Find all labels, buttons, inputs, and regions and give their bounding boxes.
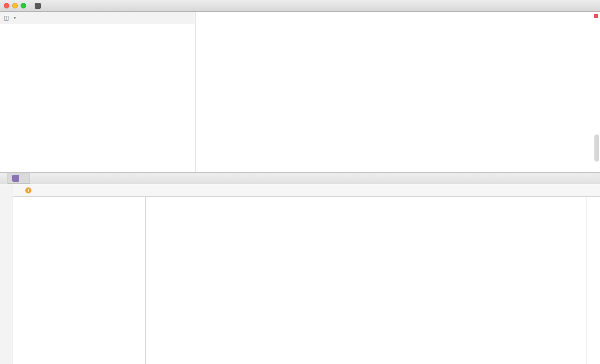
titlebar bbox=[0, 0, 600, 12]
run-tabbar bbox=[0, 173, 600, 184]
document-icon bbox=[35, 3, 41, 9]
test-status: ! bbox=[25, 187, 37, 193]
console-right-toolbar bbox=[586, 197, 600, 364]
test-results-tree bbox=[13, 197, 146, 364]
editor[interactable] bbox=[195, 12, 600, 172]
error-stripe-mark[interactable] bbox=[594, 14, 598, 18]
project-tree bbox=[0, 24, 195, 172]
test-toolbar: ! bbox=[13, 184, 600, 197]
warning-icon: ! bbox=[25, 187, 31, 193]
project-panel-icon: ◫ bbox=[4, 15, 9, 21]
project-panel: ◫ ▾ bbox=[0, 12, 195, 172]
editor-lines bbox=[195, 12, 600, 172]
minimize-window-button[interactable] bbox=[12, 3, 18, 8]
console-output bbox=[146, 197, 586, 364]
close-window-button[interactable] bbox=[4, 3, 9, 8]
run-panes bbox=[13, 197, 600, 364]
editor-scrollbar[interactable] bbox=[594, 134, 599, 162]
chevron-down-icon[interactable]: ▾ bbox=[14, 15, 16, 20]
run-tab[interactable] bbox=[8, 173, 30, 184]
run-panel: ! bbox=[0, 172, 600, 364]
project-panel-header: ◫ ▾ bbox=[0, 12, 195, 24]
workspace: ◫ ▾ bbox=[0, 12, 600, 172]
php-file-icon bbox=[12, 175, 19, 182]
zoom-window-button[interactable] bbox=[21, 3, 26, 8]
run-main: ! bbox=[13, 184, 600, 364]
run-left-toolbar bbox=[0, 184, 13, 364]
run-content: ! bbox=[0, 184, 600, 364]
